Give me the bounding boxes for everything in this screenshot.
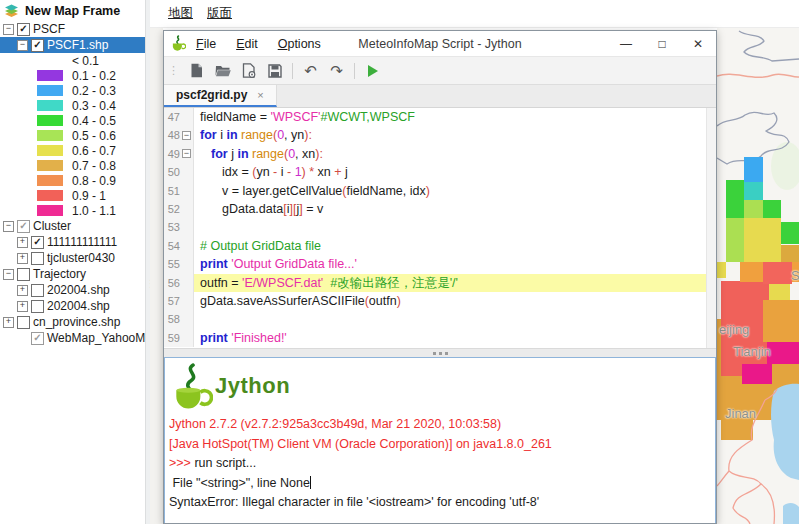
editor-gutter: 57 (164, 292, 194, 310)
code-line[interactable]: 53 (164, 218, 716, 236)
map-frame-header[interactable]: New Map Frame (0, 0, 145, 21)
layer-checkbox[interactable]: ✓ (17, 220, 30, 233)
code-token: ): (315, 147, 323, 161)
legend-item[interactable]: 0.8 - 0.9 (0, 173, 145, 188)
editor-scrollbar[interactable] (706, 108, 716, 348)
expand-icon[interactable]: + (17, 237, 28, 248)
fold-icon[interactable]: − (182, 149, 191, 158)
close-button[interactable]: ✕ (680, 31, 716, 56)
legend-label: 0.1 - 0.2 (72, 69, 116, 83)
expand-icon[interactable]: + (17, 301, 28, 312)
layer-checkbox[interactable]: ✓ (17, 23, 30, 36)
menu-options[interactable]: Options (268, 37, 331, 51)
legend-label: 1.0 - 1.1 (72, 204, 116, 218)
legend-swatch (37, 70, 63, 81)
expand-icon[interactable]: + (3, 317, 14, 328)
layer-checkbox[interactable] (31, 284, 44, 297)
collapse-icon[interactable]: − (3, 24, 14, 35)
code-line[interactable]: 51v = layer.getCellValue(fieldName, idx) (164, 182, 716, 200)
collapse-icon[interactable]: − (3, 221, 14, 232)
tab-close-icon[interactable]: × (257, 89, 263, 101)
console-line: SyntaxError: Illegal character in file '… (169, 493, 711, 513)
open-script-button[interactable] (210, 60, 235, 82)
menu-file[interactable]: File (186, 37, 226, 51)
map-view[interactable]: SeijingTianjinJinan (717, 28, 799, 524)
legend-item[interactable]: 1.0 - 1.1 (0, 203, 145, 218)
background-map-sliver (150, 28, 163, 524)
titlebar[interactable]: File Edit Options MeteoInfoMap Script - … (164, 31, 716, 56)
expand-icon[interactable]: + (17, 253, 28, 264)
menu-layout[interactable]: 版面 (207, 5, 232, 22)
line-number: 57 (168, 292, 180, 310)
code-line[interactable]: 56outfn = 'E/WPSCF.dat' #改输出路径，注意是'/' (164, 274, 716, 292)
legend-item[interactable]: 0.5 - 0.6 (0, 128, 145, 143)
code-line[interactable]: 59print 'Finished!' (164, 329, 716, 347)
layer-item[interactable]: −✓Cluster (0, 218, 145, 234)
editor-console-splitter[interactable] (164, 348, 716, 357)
script-toolbar: ⋮ (164, 56, 716, 85)
layer-item[interactable]: −✓PSCF1.shp (0, 37, 145, 53)
code-line[interactable]: 55print 'Output GridData file...' (164, 255, 716, 273)
code-line[interactable]: 48−for i in range(0, yn): (164, 126, 716, 144)
layer-item[interactable]: +cn_province.shp (0, 314, 145, 330)
layer-item[interactable]: +tjcluster0430 (0, 250, 145, 266)
fold-icon[interactable]: − (182, 131, 191, 140)
code-line[interactable]: 52gData.data[i][j] = v (164, 200, 716, 218)
legend-item[interactable]: 0.6 - 0.7 (0, 143, 145, 158)
layer-item[interactable]: +✓111111111111 (0, 234, 145, 250)
layer-item[interactable]: +202004.shp (0, 282, 145, 298)
save-button[interactable] (262, 60, 287, 82)
console-line: File "<string>", line None (169, 474, 711, 494)
run-script-button[interactable] (360, 60, 385, 82)
layer-item[interactable]: −✓PSCF (0, 21, 145, 37)
legend-item[interactable]: 0.7 - 0.8 (0, 158, 145, 173)
console-text: >>> (169, 456, 194, 470)
code-line[interactable]: 57gData.saveAsSurferASCIIFile(outfn) (164, 292, 716, 310)
menu-map[interactable]: 地图 (168, 5, 193, 22)
expand-icon[interactable]: + (17, 285, 28, 296)
new-file-button[interactable] (184, 60, 209, 82)
layer-checkbox[interactable] (31, 252, 44, 265)
redo-button[interactable]: ↷ (324, 60, 349, 82)
minimize-button[interactable]: — (608, 31, 644, 56)
run-icon (368, 65, 378, 77)
maximize-button[interactable]: □ (644, 31, 680, 56)
menu-edit[interactable]: Edit (226, 37, 268, 51)
layer-label: cn_province.shp (33, 315, 120, 329)
layer-checkbox[interactable] (17, 316, 30, 329)
layer-checkbox[interactable] (17, 268, 30, 281)
code-line[interactable]: 47fieldName = 'WPSCF'#WCWT,WPSCF (164, 108, 716, 126)
code-line[interactable]: 58 (164, 310, 716, 328)
undo-button[interactable]: ↶ (298, 60, 323, 82)
code-text (194, 310, 716, 328)
code-text: for j in range(0, xn): (194, 145, 716, 163)
collapse-icon[interactable]: − (3, 269, 14, 280)
layer-checkbox[interactable] (31, 300, 44, 313)
legend-item[interactable]: 0.4 - 0.5 (0, 113, 145, 128)
legend-item[interactable]: < 0.1 (0, 53, 145, 68)
layer-item[interactable]: +202004.shp (0, 298, 145, 314)
layer-item[interactable]: ✓WebMap_YahooMap (0, 330, 145, 346)
script-window: File Edit Options MeteoInfoMap Script - … (163, 30, 717, 524)
legend-item[interactable]: 0.1 - 0.2 (0, 68, 145, 83)
code-token: j (228, 147, 238, 161)
legend-item[interactable]: 0.3 - 0.4 (0, 98, 145, 113)
legend-item[interactable]: 0.2 - 0.3 (0, 83, 145, 98)
jython-console[interactable]: Jython Jython 2.7.2 (v2.7.2:925a3cc3b49d… (164, 357, 716, 523)
layer-item[interactable]: −Trajectory (0, 266, 145, 282)
layer-checkbox[interactable]: ✓ (31, 332, 44, 345)
code-line[interactable]: 50idx = (yn - i - 1) * xn + j (164, 163, 716, 181)
window-title: MeteoInfoMap Script - Jython (358, 37, 521, 51)
collapse-icon[interactable]: − (17, 40, 28, 51)
jython-logo-text: Jython (215, 373, 290, 399)
code-line[interactable]: 49−for j in range(0, xn): (164, 145, 716, 163)
code-line[interactable]: 54# Output GridData file (164, 237, 716, 255)
code-editor[interactable]: 47fieldName = 'WPSCF'#WCWT,WPSCF48−for i… (164, 108, 716, 348)
save-as-button[interactable] (236, 60, 261, 82)
legend-label: < 0.1 (72, 54, 99, 68)
new-file-icon (190, 63, 203, 78)
layer-checkbox[interactable]: ✓ (31, 236, 44, 249)
tab-pscf2grid[interactable]: pscf2grid.py × (164, 85, 277, 107)
layer-checkbox[interactable]: ✓ (31, 39, 44, 52)
legend-item[interactable]: 0.9 - 1 (0, 188, 145, 203)
